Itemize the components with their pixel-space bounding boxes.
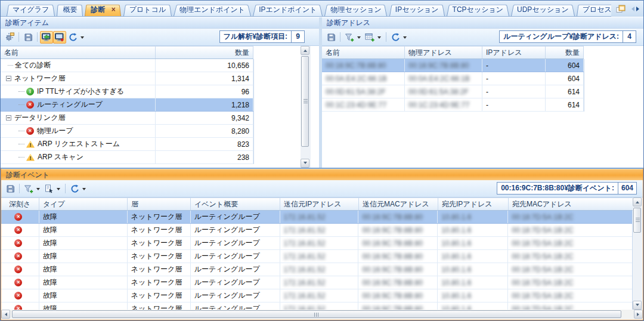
column-header-name[interactable]: 名前 [1, 47, 156, 58]
column-header-qty[interactable]: 数量 [156, 47, 253, 58]
address-row-selected[interactable]: 00:16:9C:7B:8B:80 00:16:9C:7B:8B:80 - 60… [322, 59, 584, 72]
scroll-right-button[interactable] [634, 310, 643, 319]
filter-dropdown-icon[interactable] [36, 188, 40, 192]
event-log-button[interactable] [42, 183, 55, 195]
item-row[interactable]: データリンク層 9,342 [1, 112, 253, 125]
event-log-dropdown-icon[interactable] [57, 188, 60, 192]
column-header-physical-address[interactable]: 物理アドレス [405, 47, 482, 58]
collapse-toggle-icon[interactable] [6, 76, 11, 81]
items-table-header: 名前 数量 [1, 46, 253, 59]
items-vertical-scrollbar[interactable] [301, 46, 311, 168]
tab-label: プロトコル [129, 5, 166, 14]
filter-dropdown-icon[interactable] [357, 36, 361, 41]
item-row[interactable]: !ARP スキャン 238 [1, 151, 253, 164]
column-header-type[interactable]: タイプ [39, 198, 128, 210]
save-button[interactable] [4, 183, 17, 195]
collapse-toggle-icon[interactable] [6, 115, 11, 121]
diagnosis-settings-button[interactable] [3, 31, 16, 44]
tab-my-graph[interactable]: マイグラフ [7, 4, 55, 16]
column-header-event-summary[interactable]: イベント概要 [191, 198, 280, 210]
error-icon: × [14, 266, 22, 273]
event-summary: ルーティングループ [191, 211, 280, 223]
tab-physical-session[interactable]: 物理セッション [324, 4, 387, 16]
item-row[interactable]: ネットワーク層 1,314 [1, 72, 253, 85]
column-header-severity[interactable]: 深刻さ [1, 198, 39, 210]
refresh-dropdown-icon[interactable] [80, 36, 84, 41]
event-row[interactable]: × 故障 ネットワーク層 ルーティングループ 172.16.81.52 00:1… [1, 303, 632, 310]
event-row[interactable]: × 故障 ネットワーク層 ルーティングループ 172.16.81.52 00:1… [1, 224, 632, 237]
monitor-add-button[interactable] [53, 31, 66, 44]
tab-scroll-left-icon[interactable] [629, 7, 634, 11]
tab-scroll-right-icon[interactable] [636, 7, 642, 11]
item-row[interactable]: !ARP リクエストストーム 823 [1, 138, 253, 151]
column-header-name[interactable]: 名前 [322, 47, 405, 58]
tab-summary[interactable]: 概要 [57, 4, 83, 16]
item-row-selected[interactable]: ×ルーティングループ 1,218 [1, 98, 253, 112]
refresh-button[interactable] [66, 31, 79, 44]
event-row[interactable]: × 故障 ネットワーク層 ルーティングループ 172.16.81.52 00:1… [1, 237, 632, 250]
tab-physical-endpoint[interactable]: 物理エンドポイント [174, 4, 251, 16]
address-row[interactable]: 00:1C:23:4D:9E:77 00:1C:23:4D:9E:77 - 61… [322, 98, 584, 112]
tab-diagnosis[interactable]: 診断 × [85, 4, 121, 16]
arrow-left-icon [3, 313, 7, 316]
masked-dst-mac: 00:18:7D:5A:1B:2C [512, 226, 573, 234]
tab-ip-endpoint[interactable]: IPエンドポイント [253, 4, 323, 16]
column-header-dst-ip[interactable]: 宛先IPアドレス [438, 198, 509, 210]
item-row[interactable]: ×物理ループ 8,280 [1, 125, 253, 138]
item-qty: 1,218 [156, 98, 253, 111]
ip-address: - [482, 59, 546, 72]
filter-button[interactable] [22, 183, 35, 195]
item-row[interactable]: 全ての診断 10,656 [1, 59, 253, 72]
tab-protocol[interactable]: プロトコル [123, 4, 172, 16]
refresh-dropdown-icon[interactable] [82, 188, 86, 192]
item-name: IP TTLサイズが小さすぎる [37, 87, 124, 97]
filter-button[interactable] [343, 31, 356, 44]
item-row[interactable]: !IP TTLサイズが小さすぎる 96 [1, 85, 253, 98]
panel-title-events: 診断イベント [1, 169, 643, 180]
tab-tcp-session[interactable]: TCPセッション [447, 4, 509, 16]
monitor-back-button[interactable] [40, 31, 53, 44]
tab-ip-session[interactable]: IPセッション [389, 4, 445, 16]
scroll-up-button[interactable] [301, 46, 309, 55]
column-header-ip-address[interactable]: IPアドレス [482, 47, 546, 58]
address-row[interactable]: 00:0D:61:5A:38:2F 00:0D:61:5A:38:2F - 61… [322, 85, 584, 98]
event-row[interactable]: × 故障 ネットワーク層 ルーティングループ 172.16.81.52 00:1… [1, 263, 632, 276]
event-row-selected[interactable]: × 故障 ネットワーク層 ルーティングループ 172.16.81.52 00:1… [1, 211, 632, 224]
window-list-icon [616, 5, 626, 13]
events-horizontal-scrollbar[interactable] [1, 310, 643, 320]
events-vertical-scrollbar[interactable] [633, 197, 643, 310]
arrow-down-icon [636, 304, 639, 308]
save-button[interactable] [324, 31, 338, 44]
event-summary: ルーティングループ [191, 237, 280, 249]
masked-dst-mac: 00:18:7D:5A:1B:2C [512, 252, 573, 261]
event-row[interactable]: × 故障 ネットワーク層 ルーティングループ 172.16.81.52 00:1… [1, 250, 632, 263]
scrollbar-thumb[interactable] [633, 208, 641, 233]
window-list-button[interactable] [614, 2, 627, 15]
refresh-button[interactable] [389, 31, 402, 44]
column-header-qty[interactable]: 数量 [546, 47, 584, 58]
column-header-src-mac[interactable]: 送信元MACアドレス [359, 198, 438, 210]
tab-label: プロセス [583, 5, 612, 14]
scrollbar-thumb[interactable] [12, 310, 621, 318]
event-row[interactable]: × 故障 ネットワーク層 ルーティングループ 172.16.81.52 00:1… [1, 276, 632, 289]
save-button[interactable] [21, 31, 35, 44]
scroll-up-button[interactable] [633, 197, 642, 206]
close-icon[interactable]: × [112, 5, 116, 14]
column-customize-button[interactable] [363, 31, 376, 44]
scroll-left-button[interactable] [1, 310, 10, 319]
tab-udp-session[interactable]: UDPセッション [511, 4, 575, 16]
column-header-layer[interactable]: 層 [128, 198, 191, 210]
event-layer: ネットワーク層 [128, 224, 191, 236]
masked-dst-ip: 10.80.1.6 [441, 279, 471, 287]
column-dropdown-icon[interactable] [377, 36, 381, 41]
address-row[interactable]: 00:0A:E4:2C:66:1B 00:0A:E4:2C:66:1B - 60… [322, 72, 584, 85]
refresh-button[interactable] [68, 183, 81, 195]
refresh-dropdown-icon[interactable] [403, 36, 407, 41]
toolbar-separator [340, 32, 340, 42]
scroll-down-button[interactable] [301, 159, 309, 168]
column-header-dst-mac[interactable]: 宛先MACアドレス [509, 198, 633, 210]
column-header-src-ip[interactable]: 送信元IPアドレス [280, 198, 359, 210]
scrollbar-thumb[interactable] [301, 56, 309, 147]
event-row[interactable]: × 故障 ネットワーク層 ルーティングループ 172.16.81.52 00:1… [1, 289, 632, 303]
scroll-down-button[interactable] [633, 301, 642, 310]
